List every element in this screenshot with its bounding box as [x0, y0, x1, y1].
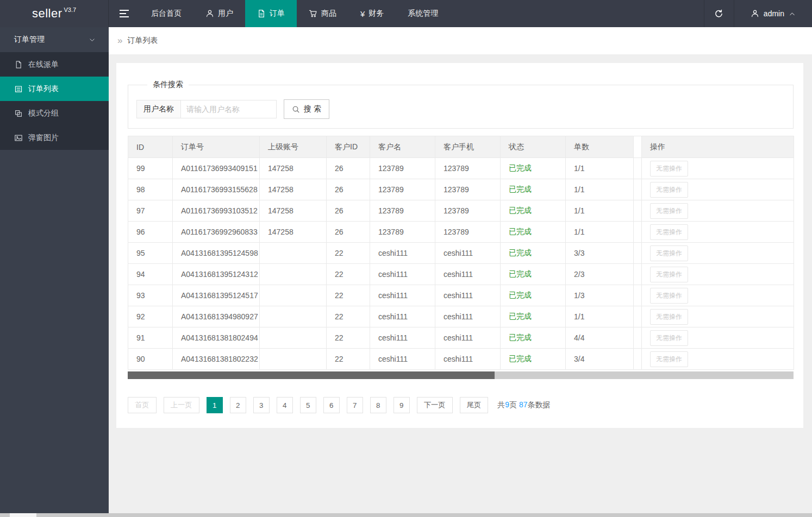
page-number-button[interactable]: 2 — [230, 397, 246, 413]
no-action-button[interactable]: 无需操作 — [650, 182, 688, 198]
no-action-button[interactable]: 无需操作 — [650, 245, 688, 261]
table-cell-gap — [634, 349, 642, 370]
table-cell-gap — [634, 243, 642, 264]
column-header: 订单号 — [173, 136, 260, 158]
page-number-button[interactable]: 8 — [370, 397, 386, 413]
table-cell: 123789 — [435, 222, 501, 243]
page-horizontal-scrollbar[interactable] — [0, 513, 812, 517]
page-last-button[interactable]: 尾页 — [460, 397, 489, 413]
page-next-button[interactable]: 下一页 — [417, 397, 453, 413]
page-number-button[interactable]: 9 — [393, 397, 410, 413]
refresh-button[interactable] — [704, 0, 734, 27]
table-cell: 98 — [128, 179, 173, 200]
table-cell: 147258 — [260, 179, 327, 200]
table-cell-action: 无需操作 — [642, 222, 794, 243]
page-number-button[interactable]: 4 — [277, 397, 293, 413]
page-number-button[interactable]: 5 — [300, 397, 316, 413]
sidebar-toggle-icon[interactable] — [109, 0, 139, 27]
search-button[interactable]: 搜 索 — [284, 99, 329, 119]
table-cell — [260, 306, 327, 327]
table-cell — [260, 327, 327, 349]
table-cell: ceshi111 — [370, 349, 435, 370]
nav-item-label: 财务 — [368, 9, 384, 18]
nav-item-1[interactable]: 后台首页 — [139, 0, 193, 27]
table-cell: 91 — [128, 327, 173, 349]
table-cell-action: 无需操作 — [642, 179, 794, 200]
table-cell: 22 — [327, 306, 370, 327]
order-table-wrap: ID订单号上级账号客户ID客户名客户手机状态单数操作 99A0116173699… — [128, 136, 794, 379]
breadcrumb-current: 订单列表 — [127, 36, 158, 46]
table-cell: 123789 — [435, 179, 501, 200]
no-action-button[interactable]: 无需操作 — [650, 161, 688, 176]
nav-item-3[interactable]: 订单 — [245, 0, 297, 27]
table-cell-gap — [634, 179, 642, 200]
chevron-up-icon — [789, 10, 796, 17]
admin-menu[interactable]: admin — [734, 0, 812, 27]
table-cell: 97 — [128, 200, 173, 222]
breadcrumb: » 订单列表 — [109, 27, 812, 54]
refresh-icon — [714, 9, 723, 18]
table-cell: ceshi111 — [370, 306, 435, 327]
search-row: 用户名称 搜 索 — [136, 99, 785, 119]
no-action-button[interactable]: 无需操作 — [650, 267, 688, 282]
username-input[interactable] — [181, 100, 277, 118]
page-number-button[interactable]: 1 — [207, 397, 223, 413]
sidebar-item-4[interactable]: 弹窗图片 — [0, 125, 109, 150]
page-number-button[interactable]: 3 — [253, 397, 270, 413]
table-cell-gap — [634, 327, 642, 349]
table-cell: 1/1 — [566, 158, 634, 179]
top-navbar: seller V3.7 后台首页用户订单商品¥财务系统管理 admin — [0, 0, 812, 27]
app-logo-text: seller — [32, 7, 63, 21]
yen-icon: ¥ — [360, 10, 365, 18]
sidebar-menu: 在线派单订单列表模式分组弹窗图片 — [0, 52, 109, 150]
nav-item-5[interactable]: ¥财务 — [348, 0, 396, 27]
table-cell: 92 — [128, 306, 173, 327]
table-cell: A04131681395124517 — [173, 285, 260, 306]
table-cell: 123789 — [370, 179, 435, 200]
table-cell: 1/1 — [566, 179, 634, 200]
table-cell: 90 — [128, 349, 173, 370]
no-action-button[interactable]: 无需操作 — [650, 288, 688, 304]
no-action-button[interactable]: 无需操作 — [650, 330, 688, 346]
no-action-button[interactable]: 无需操作 — [650, 203, 688, 219]
table-cell-gap — [634, 200, 642, 222]
table-cell: ceshi111 — [435, 285, 501, 306]
table-row: 95A0413168139512459822ceshi111ceshi111已完… — [128, 243, 794, 264]
table-cell: 已完成 — [501, 222, 566, 243]
page-number-button[interactable]: 7 — [347, 397, 363, 413]
nav-item-label: 商品 — [321, 9, 336, 18]
table-cell: 已完成 — [501, 243, 566, 264]
sidebar-item-2[interactable]: 订单列表 — [0, 77, 109, 101]
page-first-button[interactable]: 首页 — [128, 397, 157, 413]
nav-item-6[interactable]: 系统管理 — [396, 0, 450, 27]
no-action-button[interactable]: 无需操作 — [650, 224, 688, 240]
sidebar-item-1[interactable]: 在线派单 — [0, 52, 109, 77]
table-horizontal-scrollbar[interactable] — [128, 371, 794, 379]
sidebar-item-3[interactable]: 模式分组 — [0, 101, 109, 125]
table-scrollbar-thumb[interactable] — [128, 371, 495, 379]
page-scrollbar-thumb[interactable] — [10, 513, 36, 517]
app-logo: seller V3.7 — [0, 0, 109, 27]
table-cell: 26 — [327, 158, 370, 179]
table-cell: A01161736993103512 — [173, 200, 260, 222]
page-number-button[interactable]: 6 — [323, 397, 340, 413]
sidebar-group-label: 订单管理 — [14, 35, 45, 45]
no-action-button[interactable]: 无需操作 — [650, 309, 688, 325]
pagination-summary: 共9页 87条数据 — [497, 400, 550, 410]
table-cell: 已完成 — [501, 285, 566, 306]
table-row: 97A0116173699310351214725826123789123789… — [128, 200, 794, 222]
nav-item-4[interactable]: 商品 — [297, 0, 348, 27]
table-cell: ceshi111 — [435, 349, 501, 370]
breadcrumb-icon: » — [117, 36, 122, 45]
column-header: 客户手机 — [435, 136, 501, 158]
table-cell: 已完成 — [501, 200, 566, 222]
page-prev-button[interactable]: 上一页 — [164, 397, 199, 413]
table-cell: 147258 — [260, 158, 327, 179]
nav-item-2[interactable]: 用户 — [193, 0, 245, 27]
sidebar-group-order-management[interactable]: 订单管理 — [0, 27, 109, 52]
table-cell: 1/3 — [566, 285, 634, 306]
no-action-button[interactable]: 无需操作 — [650, 351, 688, 367]
nav-item-label: 用户 — [218, 9, 233, 18]
search-fieldset: 条件搜索 用户名称 搜 索 — [128, 80, 794, 129]
table-cell: 95 — [128, 243, 173, 264]
